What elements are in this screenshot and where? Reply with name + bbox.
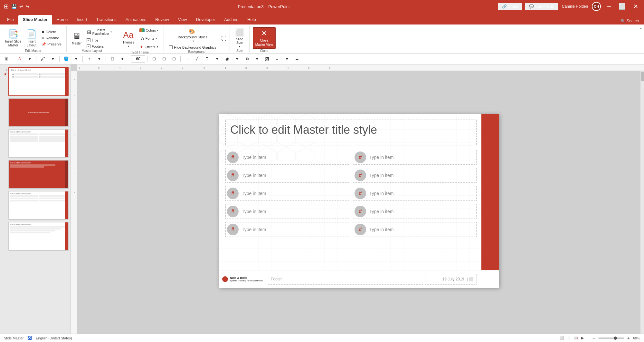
slide-thumb-5[interactable]: Click to edit Master title style	[2, 191, 69, 220]
zoom-slider[interactable]	[598, 337, 624, 339]
hide-background-button[interactable]: Hide Background Graphics	[167, 45, 218, 50]
table-row[interactable]: # Type in item	[353, 186, 477, 201]
insert-slide-master-button[interactable]: 📑 Insert SlideMaster	[3, 27, 23, 49]
text-box-button[interactable]: T	[203, 55, 212, 63]
themes-button[interactable]: Aa Themes ▾	[120, 28, 136, 50]
arrange-button[interactable]: ⧉	[242, 55, 251, 63]
tab-insert[interactable]: Insert	[72, 15, 92, 24]
insert-layout-button[interactable]: 📄 InsertLayout	[24, 27, 39, 49]
slide-thumb-img-5[interactable]: Click to edit Master title style	[8, 191, 69, 220]
table-row[interactable]: # Type in item	[225, 168, 349, 183]
tab-help[interactable]: Help	[243, 15, 260, 24]
footers-checkbox[interactable]: Footers	[85, 44, 114, 49]
effects-button[interactable]: ✦ Effects ▾	[137, 43, 161, 51]
table-row[interactable]: # Type in item	[353, 168, 477, 183]
tab-add-ins[interactable]: Add-ins	[220, 15, 243, 24]
shapes-arrow[interactable]: ▾	[213, 55, 222, 63]
sort-arrow[interactable]: ▾	[95, 55, 104, 63]
align-left-button[interactable]: ⊡	[149, 55, 158, 63]
highlight-button[interactable]: 🖍	[38, 55, 47, 63]
align-objects-arrow[interactable]: ▾	[282, 55, 291, 63]
tab-home[interactable]: Home	[52, 15, 72, 24]
highlight-arrow[interactable]: ▾	[48, 55, 57, 63]
zoom-input[interactable]: 60	[131, 55, 145, 63]
font-color-button[interactable]: A	[15, 55, 24, 63]
layout-grid-button[interactable]: ⊟	[108, 55, 117, 63]
layout-grid-arrow[interactable]: ▾	[118, 55, 127, 63]
table-row[interactable]: # Type in item	[225, 186, 349, 201]
align-objects-button[interactable]: ≡	[272, 55, 281, 63]
slide-thumb-2[interactable]: Click to edit Master title style	[2, 98, 69, 127]
reading-view-button[interactable]: 📖	[573, 336, 578, 340]
slide-thumb-img-2[interactable]: Click to edit Master title style	[8, 98, 69, 127]
user-avatar[interactable]: CH	[592, 2, 601, 11]
slide-thumb-1[interactable]: 1 ★ Click to edit Master title style	[2, 67, 69, 96]
shape-effects-arrow[interactable]: ▾	[232, 55, 242, 63]
tab-file[interactable]: File	[3, 15, 18, 24]
slide-thumb-img-1[interactable]: Click to edit Master title style	[8, 67, 69, 96]
image-button[interactable]: 🖼	[262, 55, 271, 63]
align-right-button[interactable]: ⊟	[169, 55, 178, 63]
table-row[interactable]: # Type in item	[225, 222, 349, 237]
slide-canvas[interactable]: Click to edit Master title style # Type …	[219, 114, 499, 288]
comments-button[interactable]: 💬 Comments	[525, 3, 558, 10]
more-button[interactable]: ≣	[292, 55, 301, 63]
close-button[interactable]: ✕	[631, 3, 640, 10]
slide-size-button[interactable]: ⬜ SlideSize ▾	[233, 27, 246, 49]
tab-developer[interactable]: Developer	[192, 15, 220, 24]
quick-access-redo[interactable]: ↪	[26, 4, 30, 9]
arrange-arrow[interactable]: ▾	[252, 55, 261, 63]
colors-button[interactable]: Colors ▾	[137, 27, 161, 34]
slideshow-button[interactable]: ▶	[581, 336, 584, 340]
table-row[interactable]: # Type in item	[353, 204, 477, 219]
close-master-view-button[interactable]: ✕ CloseMaster View	[253, 27, 276, 49]
delete-button[interactable]: ✖ Delete	[40, 29, 63, 35]
restore-button[interactable]: ⬜	[617, 3, 628, 10]
slide-title-area[interactable]: Click to edit Master title style	[225, 120, 477, 145]
tab-view[interactable]: View	[174, 15, 192, 24]
quick-access-save[interactable]: 💾	[11, 4, 17, 9]
minimize-button[interactable]: ─	[605, 3, 613, 10]
footer-date-field[interactable]: 19 July 2019 | ⬜	[425, 274, 477, 285]
zoom-out-icon[interactable]: −	[592, 336, 595, 341]
tab-transitions[interactable]: Transitions	[92, 15, 121, 24]
vertical-scrollbar[interactable]	[640, 71, 644, 334]
share-button[interactable]: 🔗 Share	[498, 3, 522, 10]
table-row[interactable]: # Type in item	[225, 204, 349, 219]
table-row[interactable]: # Type in item	[225, 150, 349, 165]
preserve-button[interactable]: 📌 Preserve	[40, 42, 63, 47]
slide-thumb-img-6[interactable]: Click to edit Master title style	[8, 222, 69, 251]
fonts-button[interactable]: A Fonts ▾	[137, 34, 161, 42]
slide-thumb-img-3[interactable]: Click to edit Master title style	[8, 129, 69, 158]
accessibility-icon[interactable]: ♿	[27, 336, 32, 340]
shape-effects-button[interactable]: ◉	[223, 55, 232, 63]
insert-placeholder-button[interactable]: ⊞ InsertPlaceholder ▾	[85, 27, 114, 37]
shape-fill-button[interactable]: 🪣	[62, 55, 71, 63]
slide-thumb-3[interactable]: Click to edit Master title style	[2, 129, 69, 158]
quick-access-undo[interactable]: ↩	[19, 4, 23, 9]
scrollbar-thumb[interactable]	[641, 72, 644, 81]
table-row[interactable]: # Type in item	[353, 222, 477, 237]
background-expand-icon[interactable]: ⛶	[221, 36, 226, 42]
tab-review[interactable]: Review	[151, 15, 174, 24]
layout-selector[interactable]: ⊞	[2, 55, 11, 63]
title-checkbox[interactable]: Title	[85, 38, 114, 43]
shape-fill-arrow[interactable]: ▾	[71, 55, 80, 63]
font-color-arrow[interactable]: ▾	[25, 55, 34, 63]
tab-animations[interactable]: Animations	[121, 15, 151, 24]
footer-center-field[interactable]: Footer	[268, 274, 423, 285]
master-button[interactable]: 🖥 Master	[70, 27, 84, 49]
slide-thumb-6[interactable]: Click to edit Master title style	[2, 222, 69, 251]
zoom-in-icon[interactable]: +	[627, 336, 630, 341]
table-row[interactable]: # Type in item	[353, 150, 477, 165]
shapes-button[interactable]: □	[183, 55, 192, 63]
ribbon-collapse-button[interactable]: ⌃	[638, 26, 644, 52]
sort-up-button[interactable]: ↕	[85, 55, 94, 63]
tab-slide-master[interactable]: Slide Master	[18, 15, 52, 24]
slide-sorter-button[interactable]: ⊞	[567, 336, 570, 340]
normal-view-button[interactable]: ⬜	[560, 336, 564, 340]
align-center-button[interactable]: ⊞	[159, 55, 168, 63]
rename-button[interactable]: ✏ Rename	[40, 35, 63, 41]
slide-thumb-4[interactable]: Click to edit Master title style	[2, 160, 69, 189]
lines-button[interactable]: ╱	[193, 55, 202, 63]
